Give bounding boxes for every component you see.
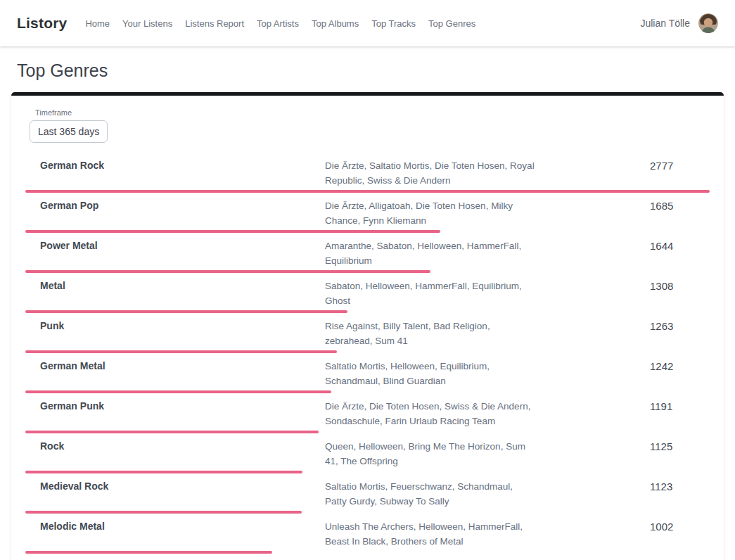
genre-artists: Die Ärzte, Die Toten Hosen, Swiss & Die … <box>325 399 536 428</box>
genre-row: MetalSabaton, Helloween, HammerFall, Equ… <box>25 275 710 315</box>
genre-name: Metal <box>25 279 325 291</box>
nav-item-listens-report[interactable]: Listens Report <box>185 18 244 29</box>
genre-name: Punk <box>25 319 325 331</box>
genre-name: German Punk <box>25 399 325 412</box>
timeframe-select[interactable]: Last 365 days <box>30 120 108 143</box>
genre-name: Melodic Metal <box>25 519 325 532</box>
nav-item-top-artists[interactable]: Top Artists <box>257 18 299 29</box>
genre-count: 1242 <box>650 359 710 372</box>
nav-item-top-genres[interactable]: Top Genres <box>428 18 475 29</box>
nav-links: HomeYour ListensListens ReportTop Artist… <box>85 18 475 29</box>
genre-bar <box>25 471 302 473</box>
avatar[interactable] <box>698 13 718 33</box>
genre-row: PunkRise Against, Billy Talent, Bad Reli… <box>25 315 710 355</box>
genre-name: German Rock <box>25 158 325 171</box>
genre-name: Power Metal <box>25 238 325 251</box>
genre-row: German MetalSaltatio Mortis, Helloween, … <box>25 355 710 395</box>
genre-artists: Saltatio Mortis, Helloween, Equilibrium,… <box>325 359 536 388</box>
genre-bar <box>25 270 430 273</box>
nav-item-home[interactable]: Home <box>85 18 110 29</box>
genre-count: 1644 <box>650 238 710 252</box>
genre-count: 1123 <box>650 479 710 492</box>
genre-count: 2777 <box>650 158 710 172</box>
genre-bar <box>25 551 272 554</box>
genre-bar <box>25 230 440 233</box>
genre-artists: Unleash The Archers, Helloween, HammerFa… <box>325 519 536 549</box>
genre-name: Medieval Rock <box>25 479 325 492</box>
genre-bar <box>25 390 331 393</box>
genre-count: 1263 <box>650 319 710 332</box>
nav-item-top-tracks[interactable]: Top Tracks <box>371 18 416 29</box>
top-genres-card: Timeframe Last 365 days German RockDie Ä… <box>11 92 724 560</box>
genre-row: Melodic MetalUnleash The Archers, Hellow… <box>25 516 710 556</box>
genre-artists: Queen, Helloween, Bring Me The Horizon, … <box>325 439 536 469</box>
genre-bar <box>25 431 319 433</box>
genre-name: German Metal <box>25 359 325 371</box>
genre-count: 1308 <box>650 279 710 292</box>
genre-count: 1685 <box>650 198 710 212</box>
genre-bar <box>25 511 302 514</box>
nav-item-your-listens[interactable]: Your Listens <box>122 18 172 29</box>
user-name[interactable]: Julian Tölle <box>640 18 690 29</box>
user-menu: Julian Tölle <box>640 13 718 33</box>
genre-artists: Saltatio Mortis, Feuerschwanz, Schandmau… <box>325 479 536 509</box>
timeframe-label: Timeframe <box>35 108 710 117</box>
avatar-image <box>698 13 718 33</box>
genre-artists: Die Ärzte, Alligatoah, Die Toten Hosen, … <box>325 198 536 228</box>
genre-name: German Pop <box>25 198 325 211</box>
genre-artists: Sabaton, Helloween, HammerFall, Equilibr… <box>325 279 536 308</box>
top-navbar: Listory HomeYour ListensListens ReportTo… <box>0 0 735 46</box>
genre-row: German IndieBukahara, Käptn Peng, KYTES,… <box>25 556 710 560</box>
genre-count: 1191 <box>650 399 710 412</box>
brand-logo[interactable]: Listory <box>17 15 67 32</box>
genre-count: 1125 <box>650 439 710 452</box>
genre-bar <box>25 190 710 193</box>
genre-row: Power MetalAmaranthe, Sabaton, Helloween… <box>25 235 710 275</box>
genre-row: Medieval RockSaltatio Mortis, Feuerschwa… <box>25 476 710 516</box>
genre-artists: Rise Against, Billy Talent, Bad Religion… <box>325 319 536 348</box>
genre-artists: Die Ärzte, Saltatio Mortis, Die Toten Ho… <box>325 158 536 188</box>
genre-bar <box>25 350 337 353</box>
genre-row: German PopDie Ärzte, Alligatoah, Die Tot… <box>25 195 710 235</box>
genre-table: German RockDie Ärzte, Saltatio Mortis, D… <box>25 155 710 560</box>
genre-count: 1002 <box>650 519 710 533</box>
genre-artists: Amaranthe, Sabaton, Helloween, HammerFal… <box>325 238 536 268</box>
genre-row: RockQueen, Helloween, Bring Me The Horiz… <box>25 435 710 476</box>
page-title: Top Genres <box>17 61 718 81</box>
nav-item-top-albums[interactable]: Top Albums <box>312 18 359 29</box>
genre-bar <box>25 310 347 313</box>
genre-row: German PunkDie Ärzte, Die Toten Hosen, S… <box>25 395 710 435</box>
genre-name: Rock <box>25 439 325 452</box>
genre-row: German RockDie Ärzte, Saltatio Mortis, D… <box>25 155 710 195</box>
